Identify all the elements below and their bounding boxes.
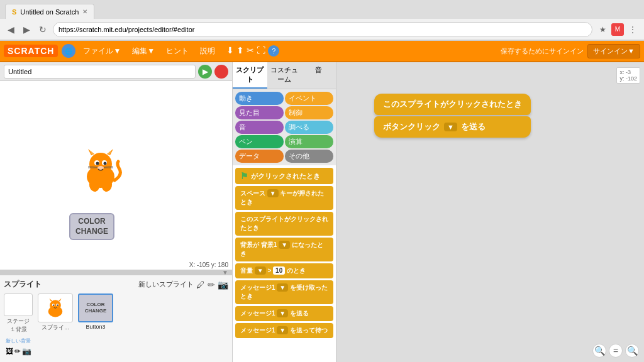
stage-thumbnail[interactable]: ステージ１背景 新しい背景 🖼 ✏ 📷 (4, 293, 33, 356)
menu-file[interactable]: ファイル▼ (79, 43, 125, 59)
tab-favicon: S (12, 8, 16, 16)
bookmark-icon[interactable]: ★ (596, 23, 609, 36)
sprite-button3-box[interactable]: COLORCHANGE (78, 293, 113, 322)
extension-icon[interactable]: M (611, 23, 624, 36)
blocks-panel: スクリプト コスチューム 音 動き イベント 見た目 制御 音 調べる ペン 演… (233, 62, 336, 362)
brush-icon[interactable]: ✏ (208, 280, 215, 290)
y-coord: y: -102 (619, 75, 637, 82)
tab-title: Untitled on Scratch (20, 8, 79, 16)
script-xy-display: x: -3 y: -102 (616, 67, 640, 84)
block-backdrop-change[interactable]: 背景が 背景1 ▼ になったとき (235, 238, 333, 261)
forward-button[interactable]: ▶ (21, 23, 33, 36)
backdrop-paint-icon[interactable]: 🖼 (6, 347, 13, 356)
camera-icon[interactable]: 📷 (218, 280, 228, 290)
send-block-label: ボタンクリック (383, 121, 440, 133)
browser-chrome: S Untitled on Scratch ✕ ◀ ▶ ↻ ★ M ⋮ (0, 0, 644, 41)
signin-button[interactable]: サインイン▼ (587, 44, 640, 58)
new-sprite-area: 新しいスプライト 🖊 ✏ 📷 (138, 280, 228, 290)
backdrop-icons: 🖼 ✏ 📷 (6, 347, 31, 356)
green-flag-button[interactable]: ▶ (198, 65, 212, 79)
sprites-title: スプライト (4, 279, 42, 290)
block-key-press[interactable]: スペース ▼ キーが押されたとき (235, 186, 333, 210)
block-volume[interactable]: 音量 ▼ > 10 のとき (235, 263, 333, 278)
menu-edit[interactable]: 編集▼ (128, 43, 158, 59)
msg1-dropdown[interactable]: ▼ (277, 283, 288, 292)
tab-script[interactable]: スクリプト (233, 62, 267, 89)
stage-area[interactable]: COLORCHANGE X: -105 y: 180 (0, 81, 232, 270)
svg-marker-19 (49, 299, 52, 302)
tab-sound[interactable]: 音 (301, 62, 336, 89)
settings-icon[interactable]: ⋮ (626, 23, 639, 36)
sprite-cat-box[interactable] (38, 293, 73, 322)
copy-icon[interactable]: ✂ (247, 45, 254, 57)
vol-dropdown[interactable]: ▼ (255, 266, 266, 275)
sprites-header: スプライト 新しいスプライト 🖊 ✏ 📷 (4, 279, 228, 290)
cat-operators[interactable]: 演算 (285, 135, 333, 148)
msg2-dropdown[interactable]: ▼ (277, 309, 288, 317)
svg-marker-20 (58, 299, 62, 302)
browser-tab[interactable]: S Untitled on Scratch ✕ (5, 4, 94, 19)
cat-sound[interactable]: 音 (235, 121, 284, 134)
cat-more[interactable]: その他 (285, 150, 333, 163)
zoom-in-button[interactable]: 🔍 (592, 344, 606, 358)
block-label-0: がクリックされたとき (251, 172, 320, 181)
close-icon[interactable]: ✕ (82, 8, 87, 15)
back-button[interactable]: ◀ (5, 23, 17, 36)
toolbar-icons: ⬇ ⬆ ✂ ⛶ ? (226, 45, 279, 57)
trigger-block[interactable]: このスプライトがクリックされたとき ボタンクリック ▼ を送る (374, 94, 531, 138)
block-label-4: 音量 ▼ > 10 のとき (240, 267, 306, 274)
script-area[interactable]: このスプライトがクリックされたとき ボタンクリック ▼ を送る x: -3 y:… (336, 62, 644, 362)
block-send-msg[interactable]: メッセージ1 ▼ を送る (235, 306, 333, 321)
sprite-button3-item[interactable]: COLORCHANGE Button3 (78, 293, 113, 330)
app-topbar: SCRATCH 🌐 ファイル▼ 編集▼ ヒント 説明 ⬇ ⬆ ✂ ⛶ ? 保存す… (0, 41, 644, 62)
title-input[interactable] (4, 65, 196, 79)
send-dropdown[interactable]: ▼ (444, 123, 457, 131)
upload-icon[interactable]: ⬆ (236, 45, 244, 57)
button3-preview-text: COLORCHANGE (85, 302, 107, 314)
backdrop-camera-icon[interactable]: 📷 (22, 347, 31, 356)
block-label-3: 背景が 背景1 ▼ になったとき (240, 241, 323, 257)
cat-motion[interactable]: 動き (235, 92, 284, 105)
backdrop-brush-icon[interactable]: ✏ (14, 347, 21, 356)
reload-button[interactable]: ↻ (36, 23, 49, 36)
send-block[interactable]: ボタンクリック ▼ を送る (374, 116, 531, 138)
space-dropdown[interactable]: ▼ (267, 189, 279, 197)
block-receive-msg[interactable]: メッセージ1 ▼ を受け取ったとき (235, 280, 333, 304)
bg-dropdown[interactable]: ▼ (279, 241, 290, 249)
scratch-logo: SCRATCH (4, 45, 58, 57)
stop-button[interactable] (214, 65, 228, 79)
menu-hints[interactable]: ヒント (162, 43, 192, 59)
globe-icon[interactable]: 🌐 (62, 44, 75, 58)
color-change-button[interactable]: COLORCHANGE (69, 213, 114, 240)
msg3-dropdown[interactable]: ▼ (277, 326, 288, 334)
sprite-cat-item[interactable]: スプライ... (38, 293, 73, 332)
cat-events[interactable]: イベント (285, 92, 333, 105)
stage-resize-handle[interactable]: ▼ (0, 270, 232, 275)
tab-costume[interactable]: コスチューム (267, 62, 302, 89)
help-icon[interactable]: ? (268, 45, 279, 57)
sprite-cat-preview (40, 295, 71, 321)
stage-thumb-label: ステージ１背景 (7, 317, 30, 334)
download-icon[interactable]: ⬇ (226, 45, 234, 57)
trigger-block-body[interactable]: このスプライトがクリックされたとき (374, 94, 531, 115)
volume-value[interactable]: 10 (273, 266, 285, 275)
paint-icon[interactable]: 🖊 (196, 280, 205, 290)
zoom-out-button[interactable]: 🔍 (625, 344, 639, 358)
zoom-reset-button[interactable]: = (609, 344, 623, 358)
menu-explain[interactable]: 説明 (196, 43, 219, 59)
block-send-wait[interactable]: メッセージ1 ▼ を送って待つ (235, 323, 333, 338)
fullscreen-icon[interactable]: ⛶ (257, 45, 265, 57)
cat-looks[interactable]: 見た目 (235, 106, 284, 119)
url-input[interactable] (53, 22, 592, 37)
cat-sensing[interactable]: 調べる (285, 121, 333, 134)
cat-pen[interactable]: ペン (235, 135, 284, 148)
block-green-flag[interactable]: ⚑ がクリックされたとき (235, 168, 333, 184)
block-label-1: スペース ▼ キーが押されたとき (240, 190, 324, 206)
sprites-panel: スプライト 新しいスプライト 🖊 ✏ 📷 ステージ１背景 新しい背景 🖼 (0, 275, 232, 362)
script-zoom-controls: 🔍 = 🔍 (592, 344, 639, 358)
stage-thumb-box (4, 293, 33, 316)
block-sprite-clicked[interactable]: このスプライトがクリックされたとき (235, 212, 333, 236)
cat-control[interactable]: 制御 (285, 106, 333, 119)
cat-data[interactable]: データ (235, 150, 284, 163)
script-canvas: このスプライトがクリックされたとき ボタンクリック ▼ を送る x: -3 y:… (336, 62, 644, 362)
